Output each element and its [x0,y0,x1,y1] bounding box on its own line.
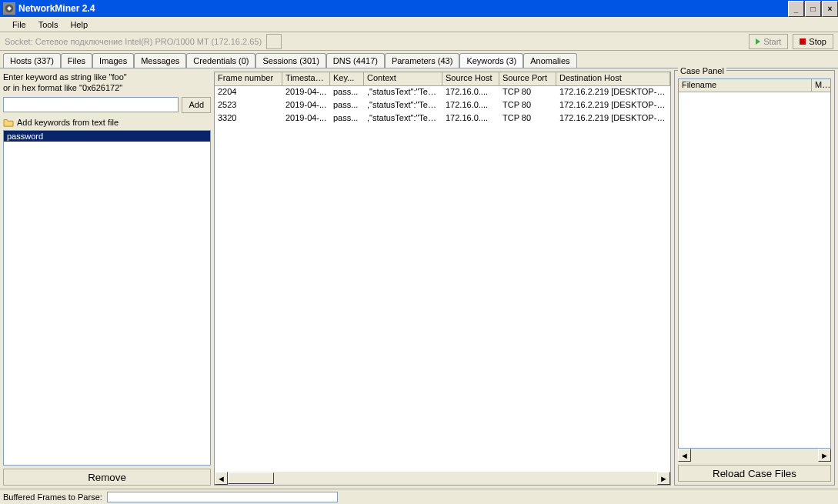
cell-context: ,"statusText":"Test... [364,99,442,112]
col-keyword[interactable]: Key... [330,72,364,86]
cell-frame: 2204 [215,86,282,99]
menu-file[interactable]: File [6,18,32,31]
play-icon [756,38,760,45]
col-timestamp[interactable]: Timestamp [282,72,330,86]
keyword-item[interactable]: password [4,131,210,142]
main-area: Enter keyword as string like "foo" or in… [0,68,838,489]
scroll-left-button[interactable]: ◄ [215,472,228,485]
cell-keyword: pass... [330,99,364,112]
tab-hosts[interactable]: Hosts (337) [3,53,61,68]
col-srcPort[interactable]: Source Port [499,72,556,86]
cell-timestamp: 2019-04-... [282,86,330,99]
cell-dstHost: 172.16.2.219 [DESKTOP-FAS [556,99,670,112]
add-from-file-label: Add keywords from text file [17,118,119,127]
tab-parameters[interactable]: Parameters (43) [385,53,459,68]
menu-tools[interactable]: Tools [32,18,65,31]
title-bar: NetworkMiner 2.4 _ □ × [0,0,838,17]
cell-frame: 3320 [215,112,282,125]
keyword-input[interactable] [3,97,179,112]
cell-context: ,"statusText":"Test... [364,86,442,99]
case-header: Filename MD5 [678,78,831,92]
keyword-input-row: Add [3,97,211,113]
case-panel-container: Case Panel Filename MD5 ◄ ► Reload Case … [671,68,838,489]
results-body[interactable]: 22042019-04-...pass...,"statusText":"Tes… [215,86,670,472]
case-hscroll[interactable]: ◄ ► [678,449,831,462]
results-panel: Frame numberTimestampKey...ContextSource… [214,72,671,486]
results-header: Frame numberTimestampKey...ContextSource… [215,72,670,86]
cell-srcHost: 172.16.0.... [442,112,499,125]
window-title: NetworkMiner 2.4 [18,3,95,14]
cell-srcPort: TCP 80 [499,86,556,99]
socket-label: Socket: Сетевое подключение Intel(R) PRO… [5,37,262,46]
tab-messages[interactable]: Messages [134,53,186,68]
remove-button[interactable]: Remove [3,469,211,486]
case-panel: Case Panel Filename MD5 ◄ ► Reload Case … [674,70,835,486]
case-scroll-left[interactable]: ◄ [678,449,691,462]
cell-srcPort: TCP 80 [499,112,556,125]
tab-images[interactable]: Images [92,53,134,68]
col-srcHost[interactable]: Source Host [442,72,499,86]
table-row[interactable]: 25232019-04-...pass...,"statusText":"Tes… [215,99,670,112]
keyword-hint: Enter keyword as string like "foo" or in… [3,72,211,94]
tab-dns[interactable]: DNS (4417) [326,53,385,68]
scroll-thumb[interactable] [228,472,274,484]
cell-frame: 2523 [215,99,282,112]
keywords-panel: Enter keyword as string like "foo" or in… [0,68,214,489]
add-button[interactable]: Add [182,97,211,113]
case-file-list[interactable] [678,92,831,449]
menu-help[interactable]: Help [64,18,94,31]
cell-dstHost: 172.16.2.219 [DESKTOP-FAS [556,112,670,125]
parse-progress [107,492,338,502]
start-button[interactable]: Start [749,34,788,49]
tab-credentials[interactable]: Credentials (0) [186,53,255,68]
col-frame[interactable]: Frame number [215,72,282,86]
cell-srcPort: TCP 80 [499,99,556,112]
toolbar: Socket: Сетевое подключение Intel(R) PRO… [0,32,838,51]
keyword-list[interactable]: password [3,130,211,466]
case-panel-title: Case Panel [678,66,726,75]
tab-keywords[interactable]: Keywords (3) [459,53,523,68]
socket-dropdown[interactable] [266,34,282,49]
tab-sessions[interactable]: Sessions (301) [255,53,326,68]
window-controls: _ □ × [787,1,838,17]
folder-icon [3,118,14,127]
cell-timestamp: 2019-04-... [282,112,330,125]
minimize-button[interactable]: _ [788,1,804,17]
tab-files[interactable]: Files [61,53,92,68]
col-dstHost[interactable]: Destination Host [556,72,670,86]
maximize-button[interactable]: □ [805,1,821,17]
stop-icon [800,38,806,45]
status-label: Buffered Frames to Parse: [3,492,102,502]
scroll-right-button[interactable]: ► [657,472,670,485]
case-scroll-track[interactable] [691,449,818,462]
add-from-file-row[interactable]: Add keywords from text file [3,116,211,129]
tabs-row: Hosts (337)FilesImagesMessagesCredential… [0,51,838,68]
scroll-track[interactable] [228,472,657,485]
tab-anomalies[interactable]: Anomalies [523,53,576,68]
menu-bar: File Tools Help [0,17,838,32]
cell-dstHost: 172.16.2.219 [DESKTOP-FAS [556,86,670,99]
cell-srcHost: 172.16.0.... [442,99,499,112]
cell-context: ,"statusText":"Test... [364,112,442,125]
case-scroll-right[interactable]: ► [818,449,831,462]
stop-button[interactable]: Stop [793,34,833,49]
table-row[interactable]: 33202019-04-...pass...,"statusText":"Tes… [215,112,670,125]
col-context[interactable]: Context [364,72,442,86]
table-row[interactable]: 22042019-04-...pass...,"statusText":"Tes… [215,86,670,99]
col-filename[interactable]: Filename [679,79,812,92]
status-bar: Buffered Frames to Parse: [0,489,838,504]
cell-keyword: pass... [330,86,364,99]
cell-timestamp: 2019-04-... [282,99,330,112]
close-button[interactable]: × [822,1,838,17]
col-md5[interactable]: MD5 [812,79,830,92]
app-icon [3,2,15,15]
cell-keyword: pass... [330,112,364,125]
cell-srcHost: 172.16.0.... [442,86,499,99]
results-hscroll[interactable]: ◄ ► [215,472,670,485]
reload-case-files-button[interactable]: Reload Case Files [678,465,831,482]
